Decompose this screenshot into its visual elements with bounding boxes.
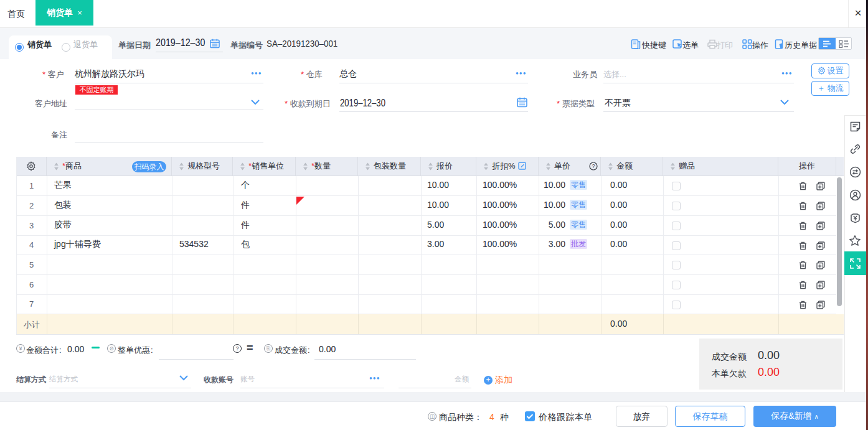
svg-text:?: ? xyxy=(592,163,595,169)
